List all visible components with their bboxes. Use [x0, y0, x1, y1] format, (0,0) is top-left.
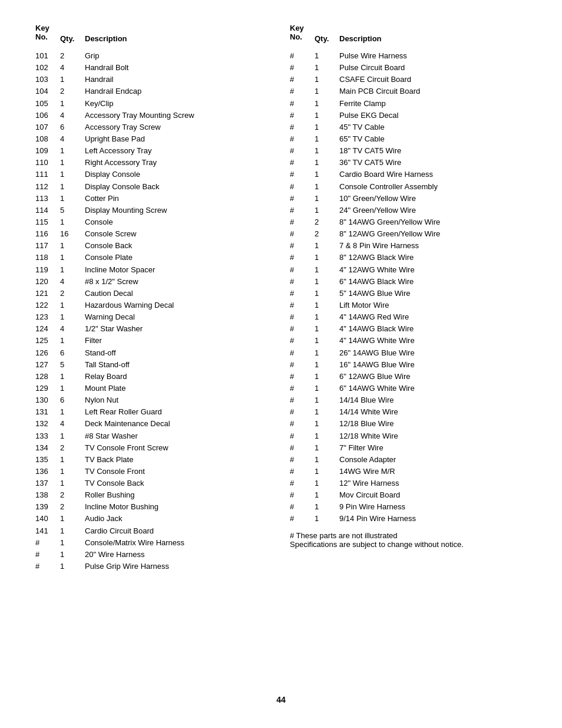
- table-row: 132 4 Deck Maintenance Decal: [35, 418, 272, 430]
- cell-desc: 9/14 Pin Wire Harness: [339, 513, 527, 525]
- table-row: 116 16 Console Screw: [35, 228, 272, 240]
- table-row: 112 1 Display Console Back: [35, 181, 272, 193]
- table-row: 140 1 Audio Jack: [35, 513, 272, 525]
- cell-qty: 1: [315, 240, 339, 252]
- cell-qty: 5: [60, 205, 85, 216]
- table-row: # 1 65" TV Cable: [290, 133, 527, 145]
- table-row: # 1 10" Green/Yellow Wire: [290, 193, 527, 205]
- cell-key: 138: [35, 489, 60, 501]
- cell-desc: Cardio Board Wire Harness: [339, 169, 527, 180]
- table-row: # 1 36" TV CAT5 Wire: [290, 157, 527, 169]
- right-desc-header: Description: [339, 24, 527, 43]
- left-key-no-header: Key No.: [35, 24, 60, 43]
- cell-desc: TV Back Plate: [85, 454, 272, 466]
- cell-key: 126: [35, 347, 60, 359]
- cell-qty: 1: [60, 157, 85, 169]
- cell-qty: 1: [315, 205, 339, 216]
- cell-desc: Main PCB Circuit Board: [339, 85, 527, 97]
- cell-qty: 1: [60, 98, 85, 110]
- cell-key: #: [290, 394, 315, 406]
- table-row: # 1 Mov Circuit Board: [290, 489, 527, 501]
- table-row: 123 1 Warning Decal: [35, 311, 272, 323]
- table-row: 139 2 Incline Motor Bushing: [35, 501, 272, 513]
- cell-qty: 1: [60, 252, 85, 263]
- cell-key: #: [290, 110, 315, 121]
- cell-desc: Handrail Endcap: [85, 85, 272, 97]
- cell-key: 120: [35, 276, 60, 288]
- cell-desc: 26" 14AWG Blue Wire: [339, 347, 527, 359]
- cell-key: #: [290, 288, 315, 299]
- cell-key: #: [290, 85, 315, 97]
- cell-desc: 14/14 Blue Wire: [339, 394, 527, 406]
- left-header: Key No. Qty. Description: [35, 24, 272, 43]
- table-row: # 1 26" 14AWG Blue Wire: [290, 347, 527, 359]
- cell-qty: 4: [60, 276, 85, 288]
- cell-key: #: [290, 335, 315, 347]
- cell-desc: 16" 14AWG Blue Wire: [339, 359, 527, 371]
- table-row: 104 2 Handrail Endcap: [35, 85, 272, 97]
- cell-key: 111: [35, 169, 60, 180]
- cell-qty: 1: [315, 133, 339, 145]
- cell-desc: 10" Green/Yellow Wire: [339, 193, 527, 205]
- cell-key: 102: [35, 62, 60, 74]
- table-row: 137 1 TV Console Back: [35, 477, 272, 489]
- cell-key: 106: [35, 110, 60, 121]
- cell-qty: 1: [60, 466, 85, 477]
- cell-qty: 1: [315, 394, 339, 406]
- cell-key: #: [290, 74, 315, 85]
- table-row: # 1 Ferrite Clamp: [290, 98, 527, 110]
- table-row: 113 1 Cotter Pin: [35, 193, 272, 205]
- cell-qty: 1: [315, 383, 339, 394]
- cell-qty: 1: [315, 181, 339, 193]
- cell-qty: 1: [315, 323, 339, 335]
- cell-desc: Accessory Tray Mounting Screw: [85, 110, 272, 121]
- cell-key: #: [290, 157, 315, 169]
- cell-key: 101: [35, 50, 60, 62]
- left-rows-container: 101 2 Grip 102 4 Handrail Bolt 103 1 Han…: [35, 50, 272, 572]
- cell-key: 130: [35, 394, 60, 406]
- cell-key: #: [290, 181, 315, 193]
- cell-qty: 1: [60, 371, 85, 383]
- cell-desc: Pulse Grip Wire Harness: [85, 561, 272, 572]
- cell-desc: Console Adapter: [339, 454, 527, 466]
- cell-key: 107: [35, 121, 60, 133]
- cell-key: 104: [35, 85, 60, 97]
- cell-desc: Hazardous Warning Decal: [85, 299, 272, 311]
- cell-desc: 6" 14AWG White Wire: [339, 383, 527, 394]
- cell-qty: 1: [315, 489, 339, 501]
- cell-key: 114: [35, 205, 60, 216]
- cell-qty: 4: [60, 133, 85, 145]
- cell-qty: 1: [315, 252, 339, 263]
- cell-qty: 16: [60, 228, 85, 240]
- table-row: # 1 Console/Matrix Wire Harness: [35, 537, 272, 549]
- cell-qty: 1: [60, 74, 85, 85]
- left-column: Key No. Qty. Description 101 2 Grip 102: [35, 24, 284, 683]
- right-key-no-header: Key No.: [290, 24, 315, 43]
- cell-qty: 1: [315, 193, 339, 205]
- cell-desc: Accessory Tray Screw: [85, 121, 272, 133]
- cell-desc: 6" 12AWG Blue Wire: [339, 371, 527, 383]
- cell-desc: Ferrite Clamp: [339, 98, 527, 110]
- cell-key: 128: [35, 371, 60, 383]
- left-desc-header: Description: [85, 24, 272, 43]
- table-row: 105 1 Key/Clip: [35, 98, 272, 110]
- cell-key: 123: [35, 311, 60, 323]
- table-row: # 1 45" TV Cable: [290, 121, 527, 133]
- table-row: # 1 CSAFE Circuit Board: [290, 74, 527, 85]
- cell-key: #: [290, 145, 315, 157]
- cell-desc: Pulse Wire Harness: [339, 50, 527, 62]
- table-row: 115 1 Console: [35, 216, 272, 228]
- cell-key: 137: [35, 477, 60, 489]
- cell-desc: Console Controller Assembly: [339, 181, 527, 193]
- cell-qty: 2: [60, 50, 85, 62]
- cell-desc: Left Accessory Tray: [85, 145, 272, 157]
- cell-desc: Incline Motor Bushing: [85, 501, 272, 513]
- table-row: # 1 Pulse Wire Harness: [290, 50, 527, 62]
- cell-qty: 1: [315, 466, 339, 477]
- cell-qty: 1: [315, 347, 339, 359]
- footnotes: # These parts are not illustrated Specif…: [290, 531, 527, 549]
- cell-desc: 9 Pin Wire Harness: [339, 501, 527, 513]
- cell-key: 131: [35, 406, 60, 418]
- page-number: 44: [35, 695, 527, 704]
- cell-key: #: [35, 549, 60, 561]
